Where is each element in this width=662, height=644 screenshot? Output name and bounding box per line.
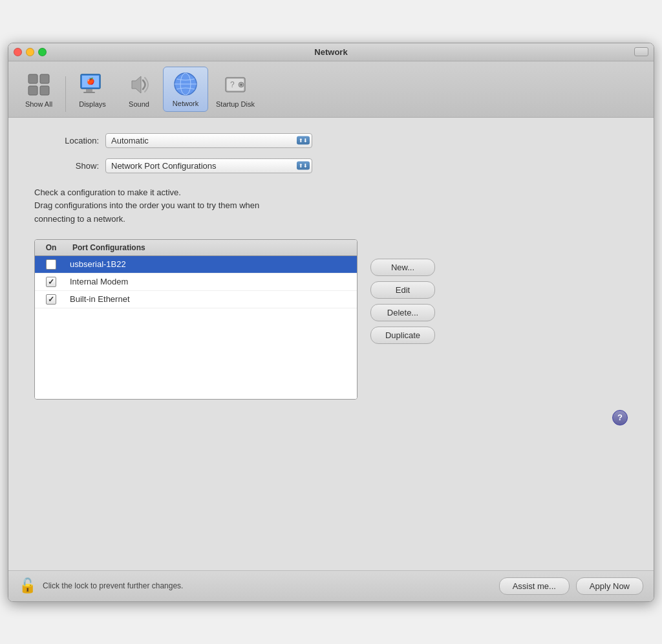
- row-check-ethernet[interactable]: [35, 294, 67, 305]
- startup-disk-icon: ?: [222, 72, 248, 98]
- displays-label: Displays: [79, 100, 106, 108]
- delete-button[interactable]: Delete...: [370, 304, 435, 321]
- apply-now-button[interactable]: Apply Now: [576, 577, 643, 595]
- checkbox-usbserial[interactable]: [46, 259, 56, 270]
- svg-rect-3: [40, 86, 49, 95]
- svg-text:?: ?: [230, 80, 235, 89]
- edit-button[interactable]: Edit: [370, 281, 435, 299]
- sound-label: Sound: [129, 100, 149, 108]
- table-empty-area: [35, 308, 357, 399]
- row-name-modem: Internal Modem: [67, 277, 357, 286]
- port-configurations-table: On Port Configurations usbserial-1B22 In…: [34, 239, 358, 400]
- row-name-ethernet: Built-in Ethernet: [67, 294, 357, 304]
- new-button[interactable]: New...: [370, 259, 435, 276]
- window-title: Network: [8, 47, 654, 57]
- traffic-lights: [14, 48, 47, 56]
- show-all-label: Show All: [25, 100, 52, 108]
- row-name-usbserial: usbserial-1B22: [67, 259, 357, 269]
- bottom-buttons: Assist me... Apply Now: [499, 577, 643, 595]
- location-label: Location:: [34, 136, 99, 145]
- zoom-button[interactable]: [634, 47, 648, 56]
- svg-rect-0: [28, 74, 37, 83]
- startup-disk-label: Startup Disk: [216, 100, 255, 108]
- table-section: On Port Configurations usbserial-1B22 In…: [34, 239, 628, 400]
- svg-point-16: [240, 83, 242, 85]
- svg-rect-1: [40, 74, 49, 83]
- close-button[interactable]: [14, 48, 22, 56]
- duplicate-button[interactable]: Duplicate: [370, 327, 435, 344]
- toolbar-displays[interactable]: 🍎 Displays: [70, 68, 115, 112]
- main-content: Location: Automatic Show: Network Port C…: [8, 118, 654, 570]
- network-icon: [173, 71, 198, 97]
- titlebar: Network: [8, 43, 654, 61]
- instructions-line1: Check a configuration to make it active.: [34, 186, 628, 200]
- checkbox-modem[interactable]: [46, 277, 56, 287]
- toolbar-network[interactable]: Network: [163, 67, 208, 112]
- table-header: On Port Configurations: [35, 240, 357, 256]
- action-buttons: New... Edit Delete... Duplicate: [370, 239, 435, 400]
- show-all-icon: [26, 72, 52, 98]
- lock-text: Click the lock to prevent further change…: [43, 581, 493, 590]
- location-select-wrapper[interactable]: Automatic: [105, 133, 312, 148]
- zoom-control[interactable]: [634, 47, 648, 56]
- svg-rect-2: [28, 86, 37, 95]
- show-select[interactable]: Network Port Configurations: [105, 158, 312, 173]
- lock-icon[interactable]: 🔓: [19, 577, 36, 594]
- table-row[interactable]: usbserial-1B22: [35, 256, 357, 274]
- toolbar-show-all[interactable]: Show All: [16, 68, 61, 112]
- bottom-bar: 🔓 Click the lock to prevent further chan…: [8, 570, 654, 601]
- toolbar-startup-disk[interactable]: ? Startup Disk: [209, 68, 261, 112]
- network-label: Network: [173, 100, 198, 107]
- system-preferences-window: Network Show All: [8, 43, 654, 602]
- show-row: Show: Network Port Configurations: [34, 158, 628, 173]
- displays-icon: 🍎: [80, 72, 105, 98]
- maximize-button[interactable]: [38, 48, 47, 56]
- row-check-modem[interactable]: [35, 277, 67, 287]
- svg-rect-7: [83, 92, 95, 93]
- toolbar-separator-1: [65, 76, 66, 112]
- assist-me-button[interactable]: Assist me...: [499, 577, 570, 595]
- show-select-wrapper[interactable]: Network Port Configurations: [105, 158, 312, 173]
- show-label: Show:: [34, 161, 99, 171]
- row-check-usbserial[interactable]: [35, 259, 67, 270]
- instructions: Check a configuration to make it active.…: [34, 186, 628, 226]
- help-section: ?: [34, 410, 628, 425]
- instructions-line3: connecting to a network.: [34, 213, 628, 226]
- svg-text:🍎: 🍎: [87, 77, 95, 85]
- location-select[interactable]: Automatic: [105, 133, 312, 148]
- table-row[interactable]: Built-in Ethernet: [35, 291, 357, 308]
- svg-marker-9: [132, 76, 141, 93]
- col-on-header: On: [35, 242, 67, 253]
- minimize-button[interactable]: [26, 48, 34, 56]
- instructions-line2: Drag configurations into the order you w…: [34, 199, 628, 213]
- checkbox-ethernet[interactable]: [46, 294, 56, 305]
- sound-icon: [126, 72, 152, 98]
- toolbar: Show All 🍎 Displays: [8, 61, 654, 118]
- col-port-header: Port Configurations: [67, 242, 357, 253]
- svg-rect-6: [86, 89, 92, 92]
- help-button[interactable]: ?: [612, 410, 628, 425]
- toolbar-sound[interactable]: Sound: [116, 68, 162, 112]
- location-row: Location: Automatic: [34, 133, 628, 148]
- table-row[interactable]: Internal Modem: [35, 274, 357, 291]
